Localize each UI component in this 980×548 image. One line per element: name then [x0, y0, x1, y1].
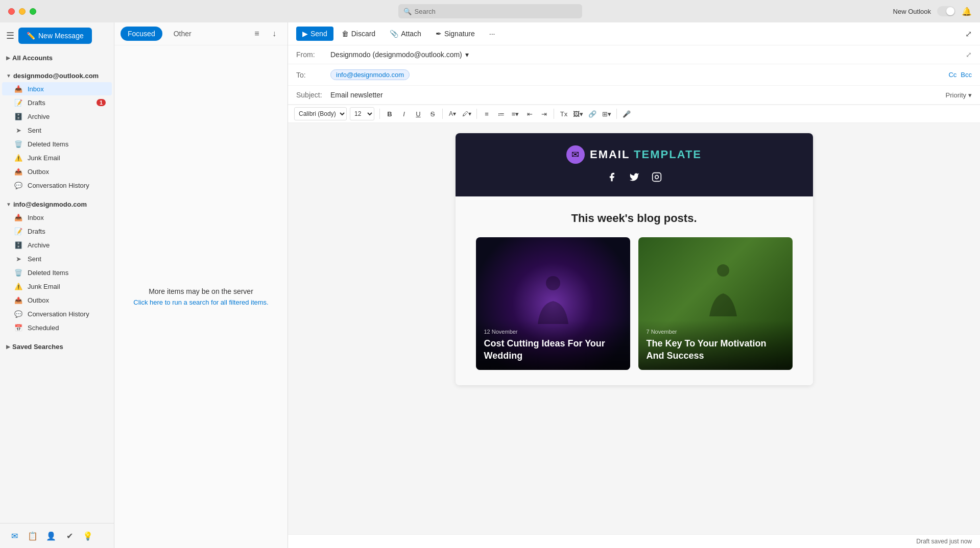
new-message-button[interactable]: ✏️ New Message — [18, 28, 92, 44]
discard-button[interactable]: 🗑 Discard — [336, 27, 381, 41]
archive-icon: 🗄️ — [14, 112, 22, 120]
insert-link-button[interactable]: 🔗 — [586, 107, 599, 120]
drafts-icon: 📝 — [14, 98, 22, 107]
hamburger-icon[interactable]: ☰ — [6, 30, 14, 41]
fullscreen-button[interactable] — [30, 8, 36, 15]
to-chip[interactable]: info@designmodo.com — [330, 69, 410, 80]
underline-button[interactable]: U — [412, 107, 425, 120]
send-button[interactable]: ▶ Send — [296, 27, 333, 41]
account-info-section: ▼ info@designmodo.com 📥 Inbox 📝 Drafts 🗄… — [0, 195, 114, 338]
tab-other[interactable]: Other — [166, 27, 199, 41]
dictate-button[interactable]: 🎤 — [620, 107, 633, 120]
from-row: From: Designmodo (designmodo@outlook.com… — [288, 45, 980, 64]
mail-footer-icon[interactable]: ✉ — [6, 528, 22, 544]
search-all-link[interactable]: Click here to run a search for all filte… — [133, 298, 268, 306]
main-container: ☰ ✏️ New Message ▶ All Accounts ▼ design… — [0, 22, 980, 548]
search-bar[interactable]: 🔍 Search — [398, 4, 582, 18]
bullet-list-button[interactable]: ≡ — [480, 107, 493, 120]
inbox-icon-2: 📥 — [14, 213, 22, 221]
contacts-footer-icon[interactable]: 👤 — [43, 528, 59, 544]
sidebar-item-drafts-1[interactable]: 📝 Drafts 1 — [2, 96, 112, 109]
expand-icon[interactable]: ⤢ — [965, 30, 972, 38]
sidebar-item-label: Conversation History — [28, 310, 89, 318]
highlight-button[interactable]: 🖊▾ — [460, 107, 473, 120]
tab-focused[interactable]: Focused — [121, 27, 162, 41]
format-divider-3 — [476, 109, 477, 119]
account-info-label: info@designmodo.com — [13, 201, 87, 208]
sidebar-item-drafts-2[interactable]: 📝 Drafts — [2, 225, 112, 238]
outdent-button[interactable]: ⇤ — [523, 107, 536, 120]
sent-icon-2: ➤ — [14, 255, 22, 263]
account-designmodo-toggle[interactable]: ▼ designmodo@outlook.com — [0, 70, 114, 82]
font-color-button[interactable]: A▾ — [446, 107, 459, 120]
blog-posts-grid: 12 November Cost Cutting Ideas For Your … — [476, 237, 793, 370]
sidebar-item-history-2[interactable]: 💬 Conversation History — [2, 307, 112, 320]
sidebar-item-archive-2[interactable]: 🗄️ Archive — [2, 238, 112, 252]
close-button[interactable] — [8, 8, 15, 15]
all-accounts-label: All Accounts — [12, 54, 53, 62]
facebook-icon[interactable] — [605, 170, 619, 184]
logo-icon: ✉ — [566, 145, 585, 164]
signature-button[interactable]: ✒ Signature — [429, 27, 481, 41]
notes-footer-icon[interactable]: 💡 — [80, 528, 96, 544]
blog-post-card-2[interactable]: 7 November The Key To Your Motivation An… — [638, 237, 793, 370]
insert-table-button[interactable]: ⊞▾ — [600, 107, 613, 120]
blog-post-card-1[interactable]: 12 November Cost Cutting Ideas For Your … — [476, 237, 630, 370]
indent-button[interactable]: ⇥ — [537, 107, 551, 120]
insert-image-button[interactable]: 🖼▾ — [571, 107, 585, 120]
compose-fields: From: Designmodo (designmodo@outlook.com… — [288, 45, 980, 105]
subject-value[interactable]: Email newsletter — [330, 91, 940, 99]
align-button[interactable]: ≡▾ — [509, 107, 522, 120]
strikethrough-button[interactable]: S — [426, 107, 439, 120]
sidebar-item-sent-1[interactable]: ➤ Sent — [2, 123, 112, 137]
sidebar-item-label: Inbox — [28, 85, 44, 93]
twitter-icon[interactable] — [627, 170, 641, 184]
sidebar-item-inbox-1[interactable]: 📥 Inbox — [2, 82, 112, 95]
sidebar-item-archive-1[interactable]: 🗄️ Archive — [2, 110, 112, 123]
tasks-footer-icon[interactable]: ✔ — [61, 528, 78, 544]
priority-select[interactable]: Priority ▾ — [946, 91, 972, 99]
sidebar-item-inbox-2[interactable]: 📥 Inbox — [2, 211, 112, 224]
instagram-icon[interactable] — [650, 170, 664, 184]
all-accounts-toggle[interactable]: ▶ All Accounts — [0, 52, 114, 64]
numbered-list-button[interactable]: ≔ — [494, 107, 508, 120]
minimize-button[interactable] — [19, 8, 26, 15]
sidebar-item-label: Conversation History — [28, 182, 89, 189]
more-options-button[interactable]: ··· — [483, 27, 501, 41]
sidebar-item-outbox-1[interactable]: 📤 Outbox — [2, 165, 112, 178]
attach-icon: 📎 — [390, 30, 398, 38]
calendar-footer-icon[interactable]: 📋 — [25, 528, 41, 544]
email-template: ✉ EMAIL TEMPLATE — [456, 133, 813, 385]
format-divider-4 — [554, 109, 554, 119]
archive-icon-2: 🗄️ — [14, 241, 22, 249]
sidebar-item-history-1[interactable]: 💬 Conversation History — [2, 179, 112, 192]
font-size-select[interactable]: 12 — [350, 107, 374, 120]
compose-body[interactable]: ✉ EMAIL TEMPLATE — [288, 123, 980, 534]
from-value[interactable]: Designmodo (designmodo@outlook.com) ▾ — [330, 51, 960, 59]
italic-button[interactable]: I — [397, 107, 411, 120]
cc-button[interactable]: Cc — [948, 71, 957, 79]
sidebar-item-deleted-1[interactable]: 🗑️ Deleted Items — [2, 137, 112, 151]
attach-button[interactable]: 📎 Attach — [384, 27, 427, 41]
sidebar-item-deleted-2[interactable]: 🗑️ Deleted Items — [2, 266, 112, 279]
filter-sort-icon[interactable]: ≡ — [250, 27, 264, 41]
drafts-badge: 1 — [97, 99, 106, 106]
clear-format-button[interactable]: Tx — [557, 107, 570, 120]
sidebar-item-scheduled-2[interactable]: 📅 Scheduled — [2, 321, 112, 334]
account-info-toggle[interactable]: ▼ info@designmodo.com — [0, 198, 114, 210]
expand-from-icon[interactable]: ⤢ — [966, 51, 972, 59]
sidebar-item-junk-1[interactable]: ⚠️ Junk Email — [2, 151, 112, 164]
bold-button[interactable]: B — [383, 107, 396, 120]
font-family-select[interactable]: Calibri (Body) — [294, 107, 347, 120]
saved-searches-toggle[interactable]: ▶ Saved Searches — [0, 341, 114, 353]
sidebar-item-junk-2[interactable]: ⚠️ Junk Email — [2, 280, 112, 293]
bcc-button[interactable]: Bcc — [961, 71, 972, 79]
new-outlook-toggle[interactable] — [937, 6, 955, 16]
filter-arrow-icon[interactable]: ↓ — [267, 27, 281, 41]
notification-icon[interactable]: 🔔 — [962, 7, 972, 16]
sidebar-item-label: Archive — [28, 113, 50, 120]
sidebar-item-sent-2[interactable]: ➤ Sent — [2, 252, 112, 265]
sidebar-item-label: Junk Email — [28, 283, 60, 290]
sidebar-item-outbox-2[interactable]: 📤 Outbox — [2, 293, 112, 307]
to-value: info@designmodo.com — [330, 69, 942, 80]
